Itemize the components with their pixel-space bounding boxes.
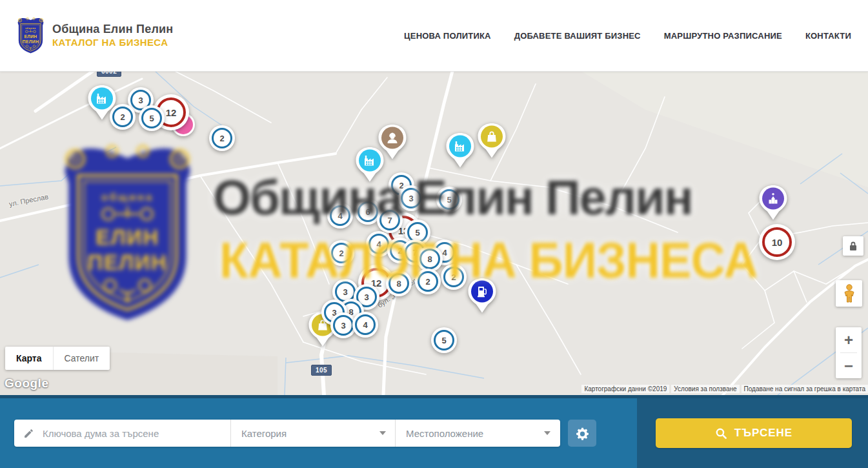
category-select-label: Категория: [241, 428, 287, 439]
search-section: Категория Местоположение ТЪРСЕНЕ: [0, 395, 868, 468]
site-title: Община Елин Пелин: [52, 22, 173, 37]
map-type-satellite-button[interactable]: Сателит: [53, 347, 110, 370]
map-pin-factory-icon[interactable]: [445, 132, 475, 171]
site-subtitle: КАТАЛОГ НА БИЗНЕСА: [52, 37, 173, 49]
street-view-pegman-button[interactable]: [836, 280, 862, 307]
map-cluster-marker[interactable]: 4: [352, 312, 378, 338]
map-cluster-marker[interactable]: 5: [431, 327, 457, 353]
nav-item-add-business[interactable]: ДОБАВЕТЕ ВАШИЯТ БИЗНЕС: [514, 31, 641, 41]
keyword-search-input[interactable]: [41, 427, 223, 440]
attribution-copyright: Картографски данни ©2019: [581, 385, 669, 393]
lock-icon: [849, 241, 858, 251]
zoom-in-button[interactable]: +: [836, 327, 862, 352]
map-cluster-marker[interactable]: 5: [139, 105, 165, 131]
map-canvas[interactable]: 6002 105 ул. Преслав бул. „Новосел 12325…: [0, 71, 868, 395]
attribution-report-error-link[interactable]: Подаване на сигнал за грешка в картата: [742, 385, 868, 393]
map-attribution: Картографски данни ©2019 Условия за полз…: [581, 385, 868, 393]
google-logo[interactable]: Google: [5, 376, 48, 391]
map-cluster-marker[interactable]: 5: [436, 187, 462, 212]
site-logo[interactable]: Община Елин Пелин КАТАЛОГ НА БИЗНЕСА: [15, 16, 173, 55]
nav-item-route-schedule[interactable]: МАРШРУТНО РАЗПИСАНИЕ: [664, 31, 782, 41]
search-submit-button[interactable]: ТЪРСЕНЕ: [656, 418, 852, 448]
zoom-control: + −: [836, 327, 862, 378]
keyword-field[interactable]: [14, 420, 230, 447]
attribution-terms-link[interactable]: Условия за ползване: [671, 385, 739, 393]
map-cluster-marker[interactable]: 4: [327, 203, 353, 229]
nav-item-pricing[interactable]: ЦЕНОВА ПОЛИТИКА: [404, 31, 491, 41]
pegman-icon: [842, 284, 856, 303]
map-cluster-marker[interactable]: 2: [209, 125, 235, 151]
category-select[interactable]: Категория: [231, 420, 395, 447]
map-lock-button[interactable]: [843, 236, 863, 256]
map-cluster-marker[interactable]: 2: [441, 264, 467, 290]
chevron-down-icon: [379, 431, 386, 435]
map-cluster-marker[interactable]: 2: [328, 240, 354, 266]
map-cluster-marker[interactable]: 8: [417, 246, 443, 272]
main-nav: ЦЕНОВА ПОЛИТИКА ДОБАВЕТЕ ВАШИЯТ БИЗНЕС М…: [404, 31, 851, 41]
chevron-down-icon: [544, 431, 550, 435]
gear-icon: [576, 427, 589, 440]
map-cluster-marker[interactable]: 2: [415, 269, 441, 294]
header: Община Елин Пелин КАТАЛОГ НА БИЗНЕСА ЦЕН…: [0, 0, 868, 72]
map-cluster-marker[interactable]: 8: [386, 270, 412, 296]
map-cluster-marker[interactable]: 2: [110, 104, 136, 130]
road-badge: 105: [311, 365, 332, 376]
map-cluster-marker[interactable]: 7: [377, 207, 403, 233]
zoom-out-button[interactable]: −: [836, 353, 862, 378]
map-pin-church-icon[interactable]: [758, 185, 788, 223]
municipality-crest-icon: [15, 16, 46, 55]
search-icon: [715, 427, 727, 440]
nav-item-contacts[interactable]: КОНТАКТИ: [805, 31, 851, 41]
search-bar: Категория Местоположение: [14, 420, 560, 447]
road-badge: 6002: [97, 71, 121, 77]
map-pin-worker-icon[interactable]: [378, 124, 407, 163]
pencil-icon: [23, 428, 34, 439]
map-pin-bag-icon[interactable]: [477, 123, 507, 161]
map-cluster-marker[interactable]: 10: [759, 224, 795, 260]
search-button-label: ТЪРСЕНЕ: [734, 427, 792, 440]
map-type-control: Карта Сателит: [5, 347, 110, 370]
map-type-map-button[interactable]: Карта: [5, 347, 53, 370]
map-cluster-marker[interactable]: 3: [398, 185, 424, 211]
map-pin-fuel-icon[interactable]: [467, 278, 497, 316]
advanced-search-button[interactable]: [568, 420, 596, 447]
location-select-label: Местоположение: [406, 428, 483, 439]
location-select[interactable]: Местоположение: [396, 420, 560, 447]
